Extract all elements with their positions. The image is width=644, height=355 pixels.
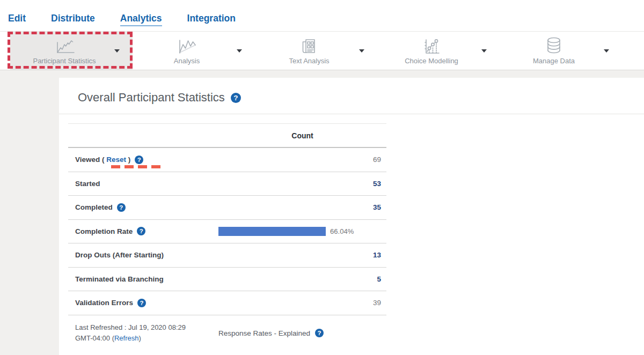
toolbar-label: Manage Data — [533, 57, 575, 65]
completion-rate-bar-track: 66.04% — [218, 227, 381, 236]
last-refreshed-text: Last Refreshed : Jul 19, 2020 08:29 GMT-… — [68, 322, 218, 344]
help-icon[interactable]: ? — [117, 203, 126, 212]
database-icon — [545, 36, 562, 55]
page-title-row: Overall Participant Statistics ? — [59, 78, 644, 114]
completion-rate-percent: 66.04% — [330, 227, 354, 235]
line-chart-icon — [53, 36, 76, 55]
chevron-down-icon[interactable] — [359, 49, 364, 53]
table-header-row: Count — [68, 123, 386, 148]
help-icon[interactable]: ? — [315, 329, 324, 337]
completion-rate-cell: 66.04% — [218, 227, 386, 236]
row-label: Completion Rate ? — [68, 227, 218, 235]
count-value: 69 — [218, 156, 386, 164]
row-label: Viewed ( Reset ) ? — [68, 156, 218, 164]
toolbar-button-choice-modelling[interactable]: Choice Modelling — [377, 32, 500, 70]
count-value: 13 — [218, 251, 386, 259]
nav-item-distribute[interactable]: Distribute — [51, 13, 95, 26]
table-row-completion-rate: Completion Rate ? 66.04% — [68, 220, 386, 244]
count-value: 39 — [218, 299, 386, 307]
toolbar-button-manage-data[interactable]: Manage Data — [500, 32, 622, 70]
chevron-down-icon[interactable] — [604, 49, 609, 53]
table-row-validation-errors: Validation Errors ? 39 — [68, 291, 386, 315]
toolbar-label: Text Analysis — [289, 57, 329, 65]
count-value: 5 — [218, 275, 386, 283]
row-label: Completed ? — [68, 203, 218, 212]
top-bar: Edit Distribute Analytics Integration — [0, 0, 644, 31]
red-dashed-underline-annotation — [111, 165, 164, 168]
analytics-toolbar: Participant Statistics Analysis — [0, 31, 644, 70]
row-label: Validation Errors ? — [68, 299, 218, 307]
count-column-header: Count — [218, 131, 386, 140]
toolbar-button-text-analysis[interactable]: Text Analysis — [255, 32, 377, 70]
row-label: Drop Outs (After Starting) — [68, 251, 218, 259]
count-value: 35 — [218, 203, 386, 211]
reset-link[interactable]: Reset — [106, 156, 126, 164]
participant-statistics-table: Count Viewed ( Reset ) ? 69 Started 53 C… — [68, 123, 386, 315]
table-footer: Last Refreshed : Jul 19, 2020 08:29 GMT-… — [68, 322, 386, 344]
nav-item-analytics[interactable]: Analytics — [120, 13, 162, 26]
response-rates-explained: Response Rates - Explained ? — [218, 322, 386, 344]
help-icon[interactable]: ? — [137, 299, 146, 307]
title-divider — [59, 114, 644, 114]
viewed-label: Viewed ( Reset ) — [75, 156, 130, 164]
chevron-down-icon[interactable] — [237, 49, 242, 53]
document-grid-icon — [300, 36, 318, 55]
help-icon[interactable]: ? — [137, 227, 145, 235]
chevron-down-icon[interactable] — [114, 49, 120, 53]
table-row-drop-outs: Drop Outs (After Starting) 13 — [68, 243, 386, 268]
table-row-started: Started 53 — [68, 172, 386, 196]
refresh-link[interactable]: Refresh — [114, 334, 139, 342]
toolbar-label: Choice Modelling — [405, 57, 458, 65]
toolbar-label: Participant Statistics — [33, 57, 96, 65]
table-row-terminated: Terminated via Branching 5 — [68, 268, 386, 292]
nav-item-integration[interactable]: Integration — [187, 13, 236, 26]
table-row-completed: Completed ? 35 — [68, 196, 386, 220]
count-value: 53 — [218, 180, 386, 188]
row-label: Started — [68, 180, 218, 188]
chevron-down-icon[interactable] — [481, 49, 487, 53]
help-icon[interactable]: ? — [135, 156, 143, 164]
toolbar-button-participant-statistics[interactable]: Participant Statistics — [10, 32, 133, 70]
row-label: Terminated via Branching — [68, 275, 218, 283]
scatter-chart-icon — [421, 36, 442, 55]
page-title: Overall Participant Statistics — [78, 91, 225, 105]
completion-rate-bar — [218, 227, 326, 236]
table-row-viewed: Viewed ( Reset ) ? 69 — [68, 148, 386, 172]
content-panel: Overall Participant Statistics ? Count V… — [59, 78, 644, 355]
help-icon[interactable]: ? — [231, 93, 241, 103]
nav-item-edit[interactable]: Edit — [8, 13, 26, 26]
toolbar-button-analysis[interactable]: Analysis — [133, 32, 255, 70]
zigzag-chart-icon — [176, 36, 197, 55]
primary-nav: Edit Distribute Analytics Integration — [0, 0, 644, 26]
toolbar-label: Analysis — [174, 57, 200, 65]
